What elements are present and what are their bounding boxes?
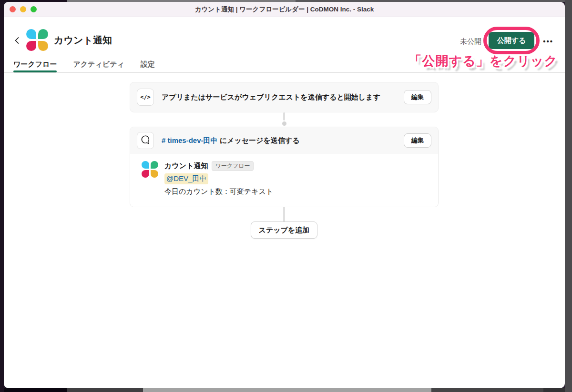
user-mention: @DEV_田中 (164, 173, 208, 184)
message-preview-content: カウント通知 ワークフロー @DEV_田中 今日のカウント数：可変テキスト (164, 161, 427, 196)
overflow-menu-button[interactable]: ••• (543, 37, 553, 45)
channel-link[interactable]: # times-dev-田中 (162, 136, 218, 144)
message-preview: カウント通知 ワークフロー @DEV_田中 今日のカウント数：可変テキスト (130, 154, 438, 207)
annotation-highlight-ring: 公開する (483, 27, 540, 54)
message-step-card: # times-dev-田中 にメッセージを送信する 編集 カウント通知 ワーク… (130, 127, 439, 207)
trigger-edit-button[interactable]: 編集 (404, 90, 431, 104)
page-title: カウント通知 (54, 33, 112, 47)
petal-blue-icon (26, 29, 36, 39)
desktop-background-bottom (0, 388, 572, 392)
webhook-icon-box: </> (137, 89, 154, 106)
petal-yellow-icon (151, 170, 158, 178)
macos-titlebar: カウント通知 | ワークフロービルダー | CoDMON Inc. - Slac… (4, 2, 565, 17)
trigger-step-card[interactable]: </> アプリまたはサービスがウェブリクエストを送信すると開始します 編集 (130, 82, 439, 112)
tab-settings[interactable]: 設定 (141, 55, 155, 72)
status-badge: 未公開 (460, 37, 481, 46)
code-icon: </> (140, 94, 151, 101)
workflow-avatar (142, 161, 159, 178)
slack-workflow-builder-window: カウント通知 | ワークフロービルダー | CoDMON Inc. - Slac… (4, 2, 565, 388)
message-body: 今日のカウント数：可変テキスト (164, 187, 427, 196)
petal-green-icon (38, 29, 48, 39)
petal-green-icon (151, 161, 158, 169)
publish-button[interactable]: 公開する (489, 32, 534, 49)
trigger-step-title: アプリまたはサービスがウェブリクエストを送信すると開始します (162, 93, 396, 102)
petal-blue-icon (142, 161, 149, 169)
connector-dot (282, 121, 286, 126)
connector-line (283, 207, 285, 221)
message-step-title: # times-dev-田中 にメッセージを送信する (162, 136, 396, 145)
message-icon-box (137, 132, 154, 149)
tab-activity[interactable]: アクティビティ (73, 55, 124, 72)
desktop-background-right (565, 0, 572, 392)
click-publish-annotation: 「公開する」をクリック (409, 52, 558, 70)
add-step-button[interactable]: ステップを追加 (251, 221, 317, 239)
chevron-left-icon (13, 37, 21, 46)
petal-yellow-icon (38, 41, 48, 51)
petal-pink-icon (26, 41, 36, 51)
back-button[interactable] (11, 35, 23, 47)
message-step-title-suffix: にメッセージを送信する (218, 136, 300, 144)
workflow-app-icon (26, 29, 48, 51)
workflow-badge: ワークフロー (212, 161, 253, 171)
window-title: カウント通知 | ワークフロービルダー | CoDMON Inc. - Slac… (4, 5, 565, 14)
connector-line (283, 112, 285, 121)
petal-pink-icon (142, 170, 149, 178)
step-connector-bottom (130, 207, 439, 221)
sender-name: カウント通知 (164, 161, 208, 171)
workflow-canvas: </> アプリまたはサービスがウェブリクエストを送信すると開始します 編集 # … (130, 82, 439, 239)
tab-workflow[interactable]: ワークフロー (13, 55, 57, 72)
speech-bubble-icon (140, 134, 151, 147)
desktop-background-left (0, 0, 4, 392)
message-edit-button[interactable]: 編集 (404, 133, 431, 148)
step-connector (130, 112, 439, 127)
message-step-header[interactable]: # times-dev-田中 にメッセージを送信する 編集 (130, 127, 438, 154)
